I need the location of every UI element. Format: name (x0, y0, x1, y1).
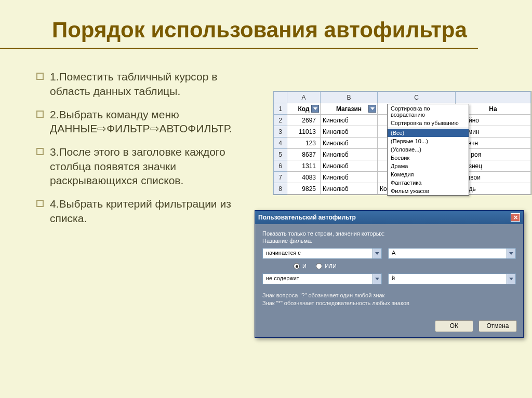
menu-item[interactable]: Драма (388, 162, 469, 170)
cell[interactable]: 2697 (287, 115, 321, 126)
header-label: Магазин (336, 105, 362, 113)
hint-line: Знак "*" обозначает последовательность л… (262, 299, 516, 307)
combo-value: не содержит (266, 275, 299, 281)
cell[interactable]: Кинолюб (321, 126, 378, 138)
corner-cell[interactable] (274, 92, 287, 103)
close-icon[interactable]: ✕ (511, 213, 520, 222)
list-item: 1.Поместить табличный курсор в область д… (36, 70, 260, 98)
row-header[interactable]: 6 (274, 160, 287, 172)
cell[interactable]: 11013 (287, 126, 321, 138)
slide-title: Порядок использования автофильтра (0, 0, 478, 49)
menu-item[interactable]: Боевик (388, 154, 469, 162)
filter-header-kod: Код (287, 103, 321, 115)
dialog-lead: Показать только те строки, значения кото… (262, 230, 516, 237)
condition2-combo[interactable]: не содержит (262, 273, 382, 284)
cell[interactable]: Кинолюб (321, 149, 378, 160)
menu-item-all[interactable]: (Все) (388, 129, 469, 137)
dialog-titlebar[interactable]: Пользовательский автофильтр ✕ (255, 211, 523, 224)
list-item: 4.Выбрать критерий фильтрации из списка. (36, 197, 260, 225)
radio-label: ИЛИ (325, 263, 337, 269)
combo-value: А (392, 250, 395, 256)
filter-header-magazin: Магазин (321, 103, 378, 115)
autofilter-dropdown: Сортировка по возрастанию Сортировка по … (387, 104, 469, 196)
col-header-a[interactable]: A (287, 92, 321, 103)
list-item: 2.Выбрать команду меню ДАННЫЕ⇨ФИЛЬТР⇨АВТ… (36, 107, 260, 136)
col-header-d[interactable] (456, 92, 531, 103)
radio-icon (316, 263, 322, 269)
row-header[interactable]: 2 (274, 115, 287, 126)
hint-line: Знак вопроса "?" обозначает один любой з… (262, 292, 516, 299)
col-header-c[interactable]: C (378, 92, 456, 103)
bullet-icon (36, 148, 44, 155)
custom-autofilter-dialog: Пользовательский автофильтр ✕ Показать т… (255, 210, 524, 338)
bullet-icon (36, 200, 44, 207)
radio-icon (294, 263, 300, 269)
bullet-text: 1.Поместить табличный курсор в область д… (50, 70, 260, 98)
combo-value: начинается с (266, 250, 301, 256)
menu-item-sort-asc[interactable]: Сортировка по возрастанию (388, 104, 469, 119)
row-header[interactable]: 1 (274, 103, 287, 115)
dialog-hint: Знак вопроса "?" обозначает один любой з… (262, 292, 516, 308)
menu-item-top10[interactable]: (Первые 10...) (388, 137, 469, 145)
cell[interactable]: 123 (287, 138, 321, 149)
chevron-down-icon[interactable] (507, 274, 515, 284)
chevron-down-icon[interactable] (373, 249, 381, 258)
cell[interactable]: Кинолюб (321, 138, 378, 149)
list-item: 3.После этого в заголовке каждого столбц… (36, 145, 260, 187)
menu-item[interactable]: Комедия (388, 170, 469, 179)
bullet-text: 4.Выбрать критерий фильтрации из списка. (50, 197, 260, 225)
row-header[interactable]: 8 (274, 183, 287, 195)
condition1-combo[interactable]: начинается с (262, 248, 382, 259)
ok-button[interactable]: ОК (435, 320, 473, 332)
menu-item-condition[interactable]: (Условие...) (388, 145, 469, 154)
radio-or[interactable]: ИЛИ (316, 263, 337, 269)
radio-label: И (302, 263, 307, 269)
bullet-list: 1.Поместить табличный курсор в область д… (36, 70, 260, 235)
radio-and[interactable]: И (294, 263, 307, 269)
bullet-icon (36, 111, 44, 118)
combo-value: й (392, 275, 395, 281)
cell[interactable]: Кинолюб (321, 172, 378, 183)
value2-combo[interactable]: й (388, 273, 516, 284)
menu-item-sort-desc[interactable]: Сортировка по убыванию (388, 119, 469, 127)
filter-dropdown-icon[interactable] (368, 105, 376, 113)
chevron-down-icon[interactable] (507, 249, 515, 258)
filter-dropdown-icon[interactable] (311, 105, 319, 113)
row-header[interactable]: 4 (274, 138, 287, 149)
cell[interactable]: 1311 (287, 160, 321, 172)
row-header[interactable]: 3 (274, 126, 287, 138)
separator (388, 128, 469, 128)
cell[interactable]: Кинолюб (321, 160, 378, 172)
bullet-text: 2.Выбрать команду меню ДАННЫЕ⇨ФИЛЬТР⇨АВТ… (50, 107, 260, 136)
row-header[interactable]: 5 (274, 149, 287, 160)
chevron-down-icon[interactable] (373, 274, 381, 284)
header-label: На (489, 105, 497, 113)
bullet-text: 3.После этого в заголовке каждого столбц… (50, 145, 260, 187)
cell[interactable]: 8637 (287, 149, 321, 160)
cell[interactable]: Кинолюб (321, 115, 378, 126)
menu-item[interactable]: Фильм ужасов (388, 187, 469, 195)
cancel-button[interactable]: Отмена (478, 320, 517, 332)
cell[interactable]: 4083 (287, 172, 321, 183)
row-header[interactable]: 7 (274, 172, 287, 183)
bullet-icon (36, 73, 44, 80)
col-header-b[interactable]: B (321, 92, 378, 103)
menu-item[interactable]: Фантастика (388, 179, 469, 187)
dialog-title: Пользовательский автофильтр (258, 214, 356, 221)
value1-combo[interactable]: А (388, 248, 516, 259)
header-label: Код (298, 105, 309, 113)
cell[interactable]: Кинолюб (321, 183, 378, 195)
dialog-field-name: Название фильма. (262, 238, 516, 244)
cell[interactable]: 9825 (287, 183, 321, 195)
